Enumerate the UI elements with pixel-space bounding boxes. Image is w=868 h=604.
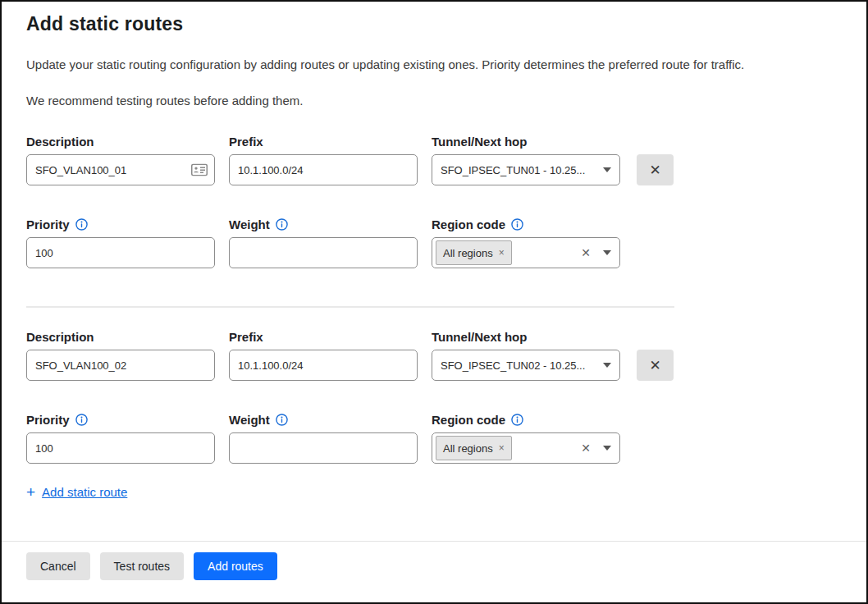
route-2-priority-field-group: Priority xyxy=(26,412,215,464)
info-icon[interactable] xyxy=(276,414,288,426)
add-routes-button[interactable]: Add routes xyxy=(194,552,277,580)
info-icon[interactable] xyxy=(511,414,523,426)
region-code-label: Region code xyxy=(432,413,505,427)
close-icon: ✕ xyxy=(649,359,660,373)
route-2-options-row: Priority Weight xyxy=(26,412,842,464)
priority-label: Priority xyxy=(26,217,70,231)
info-icon[interactable] xyxy=(75,414,88,426)
tunnel-selected-value: SFO_IPSEC_TUN02 - 10.25... xyxy=(441,359,596,372)
region-tag: All regions × xyxy=(436,436,512,460)
info-icon[interactable] xyxy=(75,218,88,231)
weight-label: Weight xyxy=(229,217,270,231)
close-icon: ✕ xyxy=(649,163,660,177)
priority-label: Priority xyxy=(26,413,70,427)
route-group-1: Description xyxy=(26,134,842,268)
clear-selection-icon[interactable]: ✕ xyxy=(581,247,591,259)
route-2-main-row: Description Prefix Tunnel/Next hop SFO_I xyxy=(26,329,842,381)
prefix-label: Prefix xyxy=(229,330,263,344)
route-1-description-field-group: Description xyxy=(26,134,215,185)
dialog-content: Add static routes Update your static rou… xyxy=(2,2,866,541)
tunnel-select[interactable]: SFO_IPSEC_TUN01 - 10.25... xyxy=(432,154,620,185)
chevron-down-icon[interactable] xyxy=(603,250,611,255)
prefix-input[interactable] xyxy=(229,350,418,381)
contact-card-icon xyxy=(191,164,208,176)
add-static-route-row: + Add static route xyxy=(26,484,842,500)
test-routes-button[interactable]: Test routes xyxy=(100,552,184,580)
route-group-2: Description Prefix Tunnel/Next hop SFO_I xyxy=(26,329,842,464)
region-code-label: Region code xyxy=(432,217,505,231)
dialog-footer: Cancel Test routes Add routes xyxy=(2,541,866,602)
region-tag-label: All regions xyxy=(443,442,493,455)
add-static-routes-dialog: Add static routes Update your static rou… xyxy=(0,0,868,604)
route-1-priority-field-group: Priority xyxy=(26,217,215,268)
chevron-down-icon[interactable] xyxy=(603,446,611,451)
tunnel-selected-value: SFO_IPSEC_TUN01 - 10.25... xyxy=(441,164,596,176)
region-multiselect[interactable]: All regions × ✕ xyxy=(432,432,620,464)
tag-remove-icon[interactable]: × xyxy=(499,248,505,258)
description-input[interactable] xyxy=(26,154,215,185)
route-1-main-row: Description xyxy=(26,134,842,185)
info-icon[interactable] xyxy=(276,218,288,231)
weight-label: Weight xyxy=(229,413,270,427)
description-input[interactable] xyxy=(26,350,215,381)
region-tag-label: All regions xyxy=(443,247,493,259)
tunnel-select[interactable]: SFO_IPSEC_TUN02 - 10.25... xyxy=(432,350,620,381)
route-1-tunnel-field-group: Tunnel/Next hop SFO_IPSEC_TUN01 - 10.25.… xyxy=(432,134,620,185)
region-tag: All regions × xyxy=(436,240,512,265)
info-icon[interactable] xyxy=(511,218,523,231)
tunnel-next-hop-label: Tunnel/Next hop xyxy=(432,135,527,149)
plus-icon: + xyxy=(26,484,35,500)
intro-text: Update your static routing configuration… xyxy=(26,57,842,71)
route-2-prefix-field-group: Prefix xyxy=(229,329,418,381)
prefix-label: Prefix xyxy=(229,135,263,149)
route-2-weight-field-group: Weight xyxy=(229,412,418,464)
route-1-prefix-field-group: Prefix xyxy=(229,134,418,185)
route-2-tunnel-field-group: Tunnel/Next hop SFO_IPSEC_TUN02 - 10.25.… xyxy=(432,329,620,381)
prefix-input[interactable] xyxy=(229,154,418,185)
group-divider xyxy=(26,306,674,308)
route-2-description-field-group: Description xyxy=(26,329,215,381)
route-1-region-field-group: Region code All regions × xyxy=(432,217,620,268)
route-1-options-row: Priority Weight xyxy=(26,217,842,268)
priority-input[interactable] xyxy=(26,237,215,268)
chevron-down-icon xyxy=(603,167,611,172)
remove-route-button[interactable]: ✕ xyxy=(637,154,674,185)
region-multiselect[interactable]: All regions × ✕ xyxy=(432,237,620,268)
priority-input[interactable] xyxy=(26,432,215,464)
chevron-down-icon xyxy=(603,363,611,368)
tunnel-next-hop-label: Tunnel/Next hop xyxy=(432,330,527,344)
description-label: Description xyxy=(26,330,94,344)
remove-route-button[interactable]: ✕ xyxy=(637,350,674,381)
route-2-region-field-group: Region code All regions × xyxy=(432,412,620,464)
cancel-button[interactable]: Cancel xyxy=(26,552,90,580)
clear-selection-icon[interactable]: ✕ xyxy=(581,442,591,454)
description-label: Description xyxy=(26,135,94,149)
route-1-weight-field-group: Weight xyxy=(229,217,418,268)
tag-remove-icon[interactable]: × xyxy=(499,443,505,453)
add-static-route-link[interactable]: Add static route xyxy=(42,485,127,499)
page-title: Add static routes xyxy=(26,13,842,35)
recommendation-text: We recommend testing routes before addin… xyxy=(26,94,842,108)
weight-input[interactable] xyxy=(229,432,418,464)
weight-input[interactable] xyxy=(229,237,418,268)
